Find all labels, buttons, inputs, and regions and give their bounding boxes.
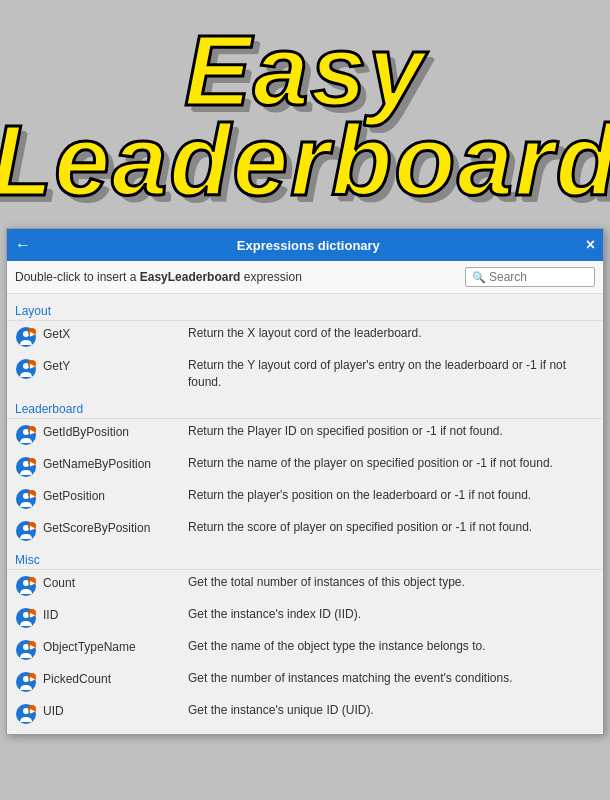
list-item[interactable]: ▶GetScoreByPositionReturn the score of p… xyxy=(7,515,603,547)
expression-desc: Get the number of instances matching the… xyxy=(188,670,595,687)
list-item[interactable]: ▶GetYReturn the Y layout cord of player'… xyxy=(7,353,603,396)
search-box[interactable]: 🔍 xyxy=(465,267,595,287)
expression-desc: Return the player's position on the lead… xyxy=(188,487,595,504)
dict-content: Layout▶GetXReturn the X layout cord of t… xyxy=(7,294,603,734)
list-item[interactable]: ▶GetNameByPositionReturn the name of the… xyxy=(7,451,603,483)
person-icon: ▶ xyxy=(15,575,37,597)
expression-name: PickedCount xyxy=(43,670,188,686)
person-icon: ▶ xyxy=(15,607,37,629)
person-icon: ▶ xyxy=(15,520,37,542)
list-item[interactable]: ▶UIDGet the instance's unique ID (UID). xyxy=(7,698,603,730)
list-item[interactable]: ▶CountGet the total number of instances … xyxy=(7,570,603,602)
list-item[interactable]: ▶ObjectTypeNameGet the name of the objec… xyxy=(7,634,603,666)
expression-desc: Return the Y layout cord of player's ent… xyxy=(188,357,595,391)
expression-desc: Return the score of player on specified … xyxy=(188,519,595,536)
person-icon: ▶ xyxy=(15,358,37,380)
expression-desc: Get the total number of instances of thi… xyxy=(188,574,595,591)
dialog-toolbar: Double-click to insert a EasyLeaderboard… xyxy=(7,261,603,294)
app-title: Easy Leaderboard xyxy=(0,20,610,210)
list-item[interactable]: ▶PickedCountGet the number of instances … xyxy=(7,666,603,698)
close-button[interactable]: × xyxy=(586,236,595,254)
svg-text:▶: ▶ xyxy=(30,643,35,649)
expression-desc: Get the instance's unique ID (UID). xyxy=(188,702,595,719)
title-line2: Leaderboard xyxy=(0,110,610,210)
dialog-hint: Double-click to insert a EasyLeaderboard… xyxy=(15,270,459,284)
back-button[interactable]: ← xyxy=(15,236,31,254)
person-icon: ▶ xyxy=(15,488,37,510)
category-header: Leaderboard xyxy=(7,396,603,419)
expression-name: GetX xyxy=(43,325,188,341)
svg-text:▶: ▶ xyxy=(30,492,35,498)
expression-name: GetIdByPosition xyxy=(43,423,188,439)
dialog-titlebar: ← Expressions dictionary × xyxy=(7,229,603,261)
expression-name: GetY xyxy=(43,357,188,373)
expression-name: IID xyxy=(43,606,188,622)
person-icon: ▶ xyxy=(15,703,37,725)
expression-desc: Return the Player ID on specified positi… xyxy=(188,423,595,440)
expression-desc: Return the X layout cord of the leaderbo… xyxy=(188,325,595,342)
list-item[interactable]: ▶IIDGet the instance's index ID (IID). xyxy=(7,602,603,634)
list-item[interactable]: ▶GetIdByPositionReturn the Player ID on … xyxy=(7,419,603,451)
svg-text:▶: ▶ xyxy=(30,363,35,369)
expression-desc: Get the name of the object type the inst… xyxy=(188,638,595,655)
svg-text:▶: ▶ xyxy=(30,611,35,617)
svg-text:▶: ▶ xyxy=(30,524,35,530)
expression-name: ObjectTypeName xyxy=(43,638,188,654)
expression-desc: Return the name of the player on specifi… xyxy=(188,455,595,472)
expressions-dialog: ← Expressions dictionary × Double-click … xyxy=(6,228,604,735)
category-header: Misc xyxy=(7,547,603,570)
expression-name: GetPosition xyxy=(43,487,188,503)
list-item[interactable]: ▶GetPositionReturn the player's position… xyxy=(7,483,603,515)
svg-text:▶: ▶ xyxy=(30,428,35,434)
expression-desc: Get the instance's index ID (IID). xyxy=(188,606,595,623)
svg-text:▶: ▶ xyxy=(30,460,35,466)
svg-text:▶: ▶ xyxy=(30,707,35,713)
person-icon: ▶ xyxy=(15,456,37,478)
title-area: Easy Leaderboard xyxy=(0,0,610,220)
svg-text:▶: ▶ xyxy=(30,579,35,585)
expression-name: GetScoreByPosition xyxy=(43,519,188,535)
expression-name: UID xyxy=(43,702,188,718)
dialog-title: Expressions dictionary xyxy=(39,238,578,253)
expression-name: Count xyxy=(43,574,188,590)
svg-text:▶: ▶ xyxy=(30,675,35,681)
expression-name: GetNameByPosition xyxy=(43,455,188,471)
person-icon: ▶ xyxy=(15,424,37,446)
person-icon: ▶ xyxy=(15,671,37,693)
list-item[interactable]: ▶GetXReturn the X layout cord of the lea… xyxy=(7,321,603,353)
search-input[interactable] xyxy=(489,270,589,284)
person-icon: ▶ xyxy=(15,639,37,661)
category-header: Layout xyxy=(7,298,603,321)
svg-text:▶: ▶ xyxy=(30,331,35,337)
person-icon: ▶ xyxy=(15,326,37,348)
search-icon: 🔍 xyxy=(472,271,486,284)
